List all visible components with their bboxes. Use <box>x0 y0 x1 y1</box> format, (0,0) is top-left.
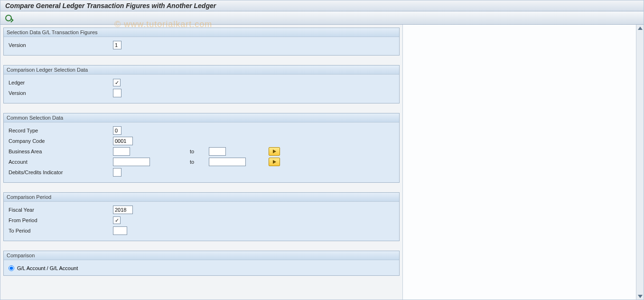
label-ledger: Ledger <box>9 80 113 85</box>
page-title: Compare General Ledger Transaction Figur… <box>5 2 216 9</box>
input-fiscal-year[interactable] <box>113 206 133 214</box>
execute-icon <box>5 15 12 21</box>
input-record-type[interactable] <box>113 126 121 135</box>
scroll-up-button[interactable] <box>637 25 644 31</box>
input-version-gl[interactable] <box>113 41 121 49</box>
input-company-code[interactable] <box>113 137 133 145</box>
label-record-type: Record Type <box>9 128 113 133</box>
group-title-selection-data-gl: Selection Data G/L Transaction Figures <box>4 28 399 37</box>
radio-gl-gl-label: G/L Account / G/L Account <box>17 265 78 271</box>
multi-select-business-area-button[interactable] <box>269 147 280 156</box>
checkbox-ledger[interactable]: ✓ <box>113 79 121 86</box>
form-pane: Selection Data G/L Transaction Figures V… <box>0 25 402 300</box>
group-common-selection: Common Selection Data Record Type Compan… <box>3 113 400 183</box>
chevron-up-icon <box>638 27 643 30</box>
chevron-down-icon <box>638 295 643 298</box>
label-to-acct: to <box>180 159 209 165</box>
checkbox-from-period[interactable]: ✓ <box>113 216 121 224</box>
input-debit-credit[interactable] <box>113 168 121 177</box>
app-window: Compare General Ledger Transaction Figur… <box>0 0 644 300</box>
label-from-period: From Period <box>9 217 113 223</box>
input-version-cmp[interactable] <box>113 89 121 97</box>
group-title-comparison: Comparison <box>4 251 399 260</box>
input-account-to[interactable] <box>209 158 246 166</box>
label-business-area: Business Area <box>9 149 113 154</box>
group-selection-data-gl: Selection Data G/L Transaction Figures V… <box>3 28 400 56</box>
multi-select-account-button[interactable] <box>269 158 280 166</box>
label-company-code: Company Code <box>9 138 113 144</box>
radio-gl-gl[interactable] <box>9 265 14 271</box>
label-version: Version <box>9 42 113 48</box>
label-to-ba: to <box>180 149 209 154</box>
label-to-period: To Period <box>9 228 113 234</box>
label-account: Account <box>9 159 113 165</box>
group-title-common-selection: Common Selection Data <box>4 113 399 122</box>
label-version-cmp: Version <box>9 90 113 96</box>
input-business-area-to[interactable] <box>209 147 226 156</box>
main-area: Selection Data G/L Transaction Figures V… <box>0 25 644 300</box>
scroll-down-button[interactable] <box>637 293 644 300</box>
arrow-right-icon <box>273 150 276 153</box>
app-toolbar <box>0 11 644 25</box>
label-fiscal-year: Fiscal Year <box>9 207 113 213</box>
right-pane <box>402 25 644 300</box>
input-to-period[interactable] <box>113 226 127 235</box>
execute-button[interactable] <box>3 13 14 23</box>
input-business-area-from[interactable] <box>113 147 130 156</box>
group-title-comparison-period: Comparison Period <box>4 193 399 202</box>
label-debit-credit: Debits/Credits Indicator <box>9 169 113 175</box>
vertical-scrollbar[interactable] <box>636 25 644 300</box>
group-comparison-ledger: Comparison Ledger Selection Data Ledger … <box>3 65 400 103</box>
group-title-comparison-ledger: Comparison Ledger Selection Data <box>4 66 399 75</box>
group-comparison: Comparison G/L Account / G/L Account <box>3 251 400 276</box>
arrow-right-icon <box>273 160 276 164</box>
group-comparison-period: Comparison Period Fiscal Year From Perio… <box>3 192 400 241</box>
input-account-from[interactable] <box>113 158 150 166</box>
page-title-bar: Compare General Ledger Transaction Figur… <box>0 0 644 11</box>
